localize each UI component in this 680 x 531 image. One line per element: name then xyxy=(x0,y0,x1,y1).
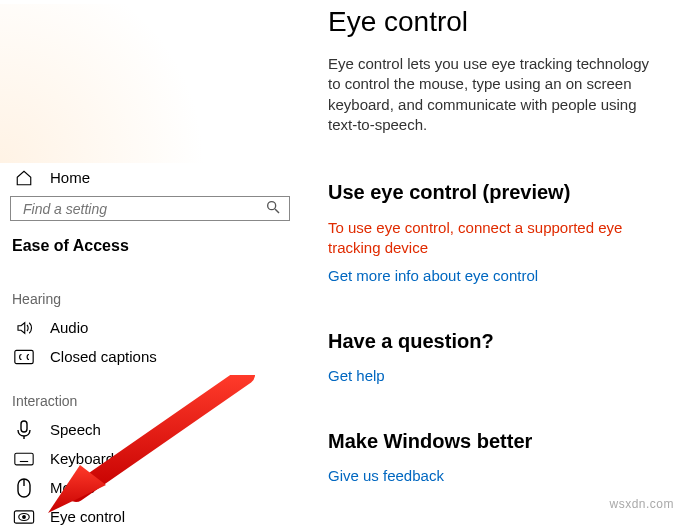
sidebar-background-glow xyxy=(0,4,300,163)
eye-control-icon xyxy=(12,510,36,524)
watermark: wsxdn.com xyxy=(609,497,674,511)
sidebar: Home Ease of Access Hearing Audio xyxy=(0,0,300,531)
home-icon xyxy=(12,169,36,187)
svg-point-15 xyxy=(23,515,26,518)
svg-line-1 xyxy=(275,209,279,213)
sidebar-item-speech[interactable]: Speech xyxy=(0,415,300,444)
sidebar-item-audio[interactable]: Audio xyxy=(0,313,300,342)
make-better-heading: Make Windows better xyxy=(328,430,656,453)
use-eye-control-heading: Use eye control (preview) xyxy=(328,181,656,204)
sidebar-item-closed-captions[interactable]: Closed captions xyxy=(0,342,300,371)
settings-app: Home Ease of Access Hearing Audio xyxy=(0,0,680,531)
intro-text: Eye control lets you use eye tracking te… xyxy=(328,54,656,135)
closed-captions-icon xyxy=(12,349,36,365)
sidebar-item-label: Audio xyxy=(50,319,88,336)
group-hearing-header: Hearing xyxy=(0,269,300,313)
sidebar-item-keyboard[interactable]: Keyboard xyxy=(0,444,300,473)
search-icon xyxy=(265,199,281,219)
group-interaction-header: Interaction xyxy=(0,371,300,415)
main-content: Eye control Eye control lets you use eye… xyxy=(300,0,680,531)
search-box[interactable] xyxy=(10,196,290,221)
microphone-icon xyxy=(12,420,36,440)
sidebar-item-label: Closed captions xyxy=(50,348,157,365)
sidebar-item-label: Keyboard xyxy=(50,450,114,467)
svg-point-0 xyxy=(268,201,276,209)
sidebar-item-eye-control[interactable]: Eye control xyxy=(0,502,300,531)
svg-rect-3 xyxy=(21,421,27,432)
sidebar-item-label: Mouse xyxy=(50,479,95,496)
sidebar-item-label: Speech xyxy=(50,421,101,438)
mouse-icon xyxy=(12,478,36,498)
sidebar-item-mouse[interactable]: Mouse xyxy=(0,473,300,502)
question-heading: Have a question? xyxy=(328,330,656,353)
svg-rect-2 xyxy=(15,350,33,363)
get-help-link[interactable]: Get help xyxy=(328,367,656,384)
sidebar-item-label: Eye control xyxy=(50,508,125,525)
page-title: Eye control xyxy=(328,6,656,38)
keyboard-icon xyxy=(12,452,36,466)
sidebar-section-title: Ease of Access xyxy=(0,231,300,269)
svg-rect-5 xyxy=(15,453,33,465)
more-info-link[interactable]: Get more info about eye control xyxy=(328,267,656,284)
search-input[interactable] xyxy=(21,200,265,218)
connect-device-warning: To use eye control, connect a supported … xyxy=(328,218,656,257)
home-label: Home xyxy=(50,169,90,186)
home-nav[interactable]: Home xyxy=(0,163,300,192)
feedback-link[interactable]: Give us feedback xyxy=(328,467,656,484)
speaker-icon xyxy=(12,319,36,337)
